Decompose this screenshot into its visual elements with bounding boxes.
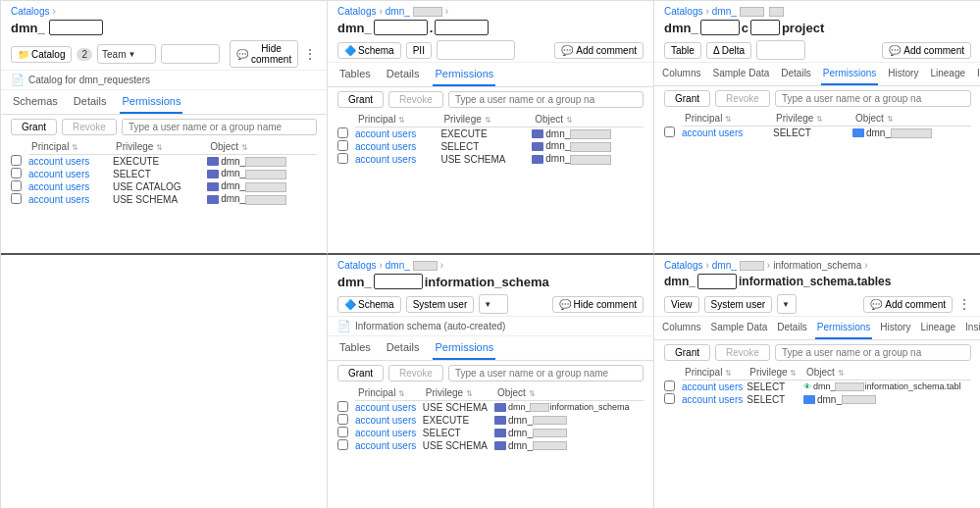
principal-link[interactable]: account users [355,128,416,139]
perm-search-2[interactable] [448,91,644,108]
tab-sampledata-3[interactable]: Sample Data [710,63,771,85]
principal-link[interactable]: account users [355,402,416,413]
schema-btn-5[interactable]: 🔷 Schema [337,296,401,313]
add-comment-btn-3[interactable]: 💬 Add comment [882,42,971,59]
principal-link[interactable]: account users [682,394,743,405]
row-cb[interactable] [11,168,22,178]
tab-details-1[interactable]: Details [72,90,109,114]
tab-schemas-1[interactable]: Schemas [11,90,60,114]
grant-btn-3[interactable]: Grant [664,90,710,107]
principal-link[interactable]: account users [682,381,743,392]
tab-details-6[interactable]: Details [775,317,809,339]
tab-lineage-6[interactable]: Lineage [918,317,957,339]
title-input-3b[interactable] [750,20,780,35]
catalogs-link-6[interactable]: Catalogs [664,260,702,271]
tab-details-5[interactable]: Details [385,336,422,360]
table-btn-3[interactable]: Table [664,42,701,59]
tab-tables-5[interactable]: Tables [337,336,373,360]
hide-comment-btn-1[interactable]: 💬 Hide comment [230,40,298,68]
tab-history-3[interactable]: History [886,63,920,85]
catalog-btn[interactable]: 📁 Catalog [11,46,72,63]
row-cb[interactable] [337,439,348,450]
add-comment-btn-6[interactable]: 💬 Add comment [863,296,953,313]
team-select-2[interactable] [161,44,220,64]
revoke-btn-5[interactable]: Revoke [388,365,443,381]
row-cb[interactable] [337,140,348,151]
tab-permissions-3[interactable]: Permissions [821,63,878,85]
principal-link[interactable]: account users [682,127,743,138]
tab-columns-3[interactable]: Columns [660,63,702,85]
tab-lineage-3[interactable]: Lineage [928,63,967,85]
revoke-btn-3[interactable]: Revoke [715,90,770,107]
row-cb[interactable] [664,127,675,137]
sysuser-select-5[interactable]: ▼ [479,294,508,314]
principal-link[interactable]: account users [28,181,89,192]
tab-permissions-5[interactable]: Permissions [433,336,495,360]
tab-sampledata-6[interactable]: Sample Data [708,317,769,339]
title-input-5[interactable] [374,274,423,289]
title-input-1[interactable] [49,20,103,35]
title-input-3a[interactable] [700,20,740,35]
revoke-btn-2[interactable]: Revoke [388,91,443,108]
hide-comment-btn-5[interactable]: 💬 Hide comment [552,296,644,313]
tab-permissions-6[interactable]: Permissions [815,317,872,339]
more-icon-6[interactable]: ⋮ [957,296,971,312]
row-cb[interactable] [337,427,348,437]
tab-columns-6[interactable]: Columns [660,317,702,339]
title-input-2[interactable] [374,20,428,35]
catalogs-link[interactable]: Catalogs [11,6,49,17]
delta-btn-3[interactable]: Δ Delta [706,42,751,59]
grant-btn-2[interactable]: Grant [337,91,384,108]
principal-link[interactable]: account users [28,194,89,205]
more-icon-1[interactable]: ⋮ [303,46,317,62]
sysuser-btn-6[interactable]: System user [704,296,773,313]
pii-btn-2[interactable]: PII [406,42,432,59]
pii-select-2[interactable] [437,40,515,60]
grant-btn-1[interactable]: Grant [11,119,57,135]
revoke-btn-1[interactable]: Revoke [62,119,117,135]
catalog-crumb-6[interactable]: dmn_ [712,260,737,271]
catalog-crumb-2[interactable]: dmn_ [386,6,410,17]
perm-search-1[interactable] [122,119,317,135]
tab-permissions-2[interactable]: Permissions [433,63,495,86]
principal-link[interactable]: account users [355,154,416,165]
tab-tables-2[interactable]: Tables [337,63,373,86]
row-cb[interactable] [11,155,22,166]
delta-select-3[interactable] [756,40,805,60]
catalogs-link-3[interactable]: Catalogs [664,6,702,17]
tab-history-6[interactable]: History [878,317,912,339]
principal-link[interactable]: account users [355,428,416,438]
sysuser-btn-5[interactable]: System user [406,296,475,313]
catalog-crumb-5[interactable]: dmn_ [386,260,410,271]
grant-btn-5[interactable]: Grant [337,365,384,381]
tab-details-2[interactable]: Details [385,63,422,86]
row-cb[interactable] [11,180,22,191]
tab-permissions-1[interactable]: Permissions [120,90,182,114]
principal-link[interactable]: account users [28,156,89,167]
tab-insights-6[interactable]: Insights [963,317,980,339]
title-input-2b[interactable] [435,20,489,35]
row-cb[interactable] [337,414,348,425]
principal-link[interactable]: account users [355,415,416,426]
tab-details-3[interactable]: Details [779,63,813,85]
perm-search-6[interactable] [775,344,971,361]
grant-btn-6[interactable]: Grant [664,344,710,361]
catalogs-link-5[interactable]: Catalogs [337,260,376,271]
row-cb[interactable] [337,127,348,138]
perm-search-5[interactable] [448,365,644,381]
revoke-btn-6[interactable]: Revoke [715,344,770,361]
row-cb[interactable] [337,401,348,412]
team-select[interactable]: Team ▼ [97,44,156,64]
row-cb[interactable] [337,153,348,164]
sysuser-select-6[interactable]: ▼ [777,294,797,314]
principal-link[interactable]: account users [28,169,89,179]
perm-search-3[interactable] [775,90,971,107]
principal-link[interactable]: account users [355,141,416,152]
tab-insights-3[interactable]: Insights [975,63,980,85]
row-cb[interactable] [664,393,675,404]
row-cb[interactable] [11,193,22,204]
title-input-6[interactable] [697,274,737,289]
catalogs-link-2[interactable]: Catalogs [337,6,376,17]
add-comment-btn-2[interactable]: 💬 Add comment [554,42,644,59]
principal-link[interactable]: account users [355,440,416,451]
